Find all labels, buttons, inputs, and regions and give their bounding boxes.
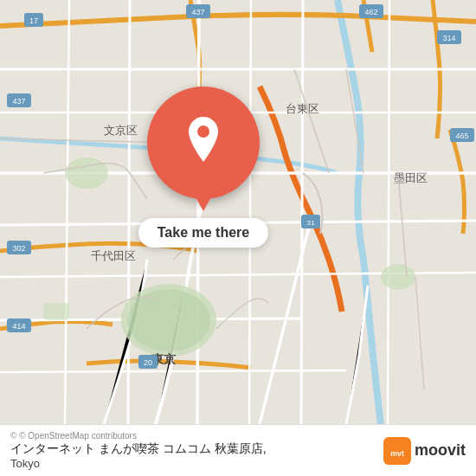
osm-text: © OpenStreetMap contributors — [19, 431, 137, 441]
svg-line-12 — [301, 0, 303, 424]
svg-point-15 — [127, 289, 210, 351]
moovit-text: moovit — [415, 441, 466, 460]
svg-point-17 — [381, 264, 415, 290]
svg-point-16 — [65, 158, 108, 189]
svg-text:mvt: mvt — [390, 448, 404, 457]
svg-text:437: 437 — [12, 97, 25, 106]
place-name: インターネット まんが喫茶 コムコム 秋葉原店, — [10, 441, 376, 457]
copyright-symbol: © — [10, 431, 16, 441]
svg-text:437: 437 — [191, 8, 204, 16]
attribution-text: © © OpenStreetMap contributors — [10, 431, 137, 441]
svg-text:462: 462 — [364, 8, 377, 16]
svg-text:20: 20 — [144, 358, 152, 367]
svg-text:台東区: 台東区 — [286, 102, 319, 115]
svg-rect-18 — [43, 303, 69, 320]
svg-text:414: 414 — [12, 322, 25, 331]
take-me-there-button[interactable]: Take me there — [138, 218, 268, 248]
svg-text:17: 17 — [29, 16, 38, 25]
map-container: 文京区 台東区 千代田区 東京 墨田区 17 437 462 314 437 4… — [0, 0, 476, 424]
svg-text:31: 31 — [307, 219, 315, 227]
bottom-bar: © © OpenStreetMap contributors インターネット ま… — [0, 424, 476, 476]
svg-text:465: 465 — [455, 132, 468, 140]
moovit-logo: mvt moovit — [383, 437, 466, 465]
svg-text:千代田区: 千代田区 — [91, 249, 136, 262]
svg-text:314: 314 — [442, 34, 455, 42]
moovit-icon: mvt — [383, 437, 411, 465]
svg-rect-0 — [0, 0, 476, 424]
svg-text:文京区: 文京区 — [104, 124, 138, 137]
svg-text:302: 302 — [12, 244, 25, 253]
svg-line-9 — [128, 0, 130, 424]
city-name: Tokyo — [10, 457, 376, 470]
